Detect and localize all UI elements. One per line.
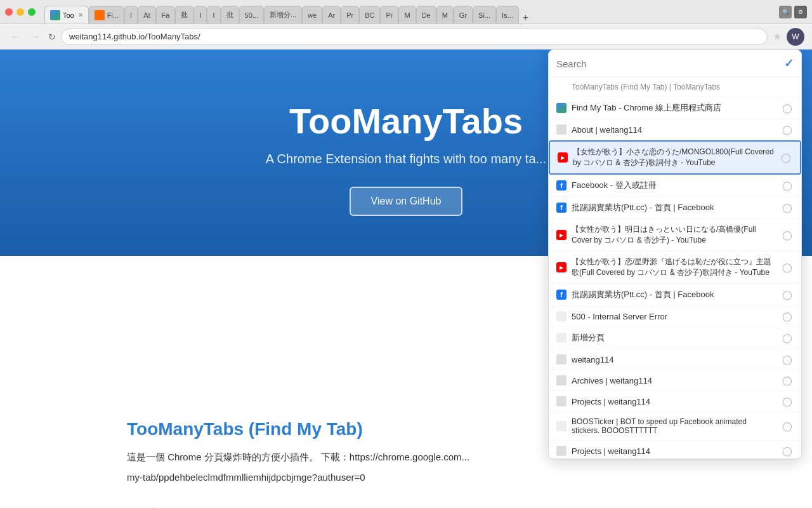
item-close-button-4[interactable]: ◯: [781, 180, 794, 190]
item-title-9: 500 - Internal Server Error: [572, 312, 776, 321]
reload-button[interactable]: ↻: [48, 32, 56, 42]
tab-label-we: we: [308, 11, 317, 19]
list-item[interactable]: Find My Tab - Chrome 線上應用程式商店 ◯: [549, 97, 801, 119]
list-item[interactable]: f 批踢踢實業坊(Ptt.cc) - 首頁 | Facebook ◯: [549, 284, 801, 306]
list-item[interactable]: weitang114 ◯: [549, 349, 801, 370]
list-item[interactable]: 【女性が歌う】恋/星野源『逃げるは恥だが役に立つ』主題歌(Full Covere…: [549, 251, 801, 284]
tab-label-pi2: 批: [226, 10, 233, 20]
item-favicon-3: [558, 152, 568, 163]
item-close-button-11[interactable]: ◯: [781, 354, 794, 364]
item-favicon-2: [556, 124, 566, 135]
tab-label-tmt: Too: [63, 11, 74, 19]
list-item[interactable]: About | weitang114 ◯: [549, 119, 801, 140]
item-close-button-12[interactable]: ◯: [781, 375, 794, 385]
item-title-3: 【女性が歌う】小さな恋のうた/MONGOL800(Full Covered by…: [573, 147, 775, 168]
item-title-13: Projects | weitang114: [572, 397, 776, 406]
tab-toomanyytabs[interactable]: Too ✕: [44, 6, 89, 23]
address-input[interactable]: [61, 29, 768, 45]
tab-pr2[interactable]: Pr: [380, 6, 398, 23]
item-favicon-7: [556, 262, 566, 272]
tab-si[interactable]: Si...: [473, 6, 496, 23]
tab-new[interactable]: 新增分...: [264, 6, 302, 23]
dropdown-current-tab-label: TooManyTabs (Find My Tab) | TooManyTabs: [549, 77, 801, 97]
tab-yt2[interactable]: I: [193, 6, 207, 23]
item-favicon-1: [556, 103, 566, 113]
tab-close-tmt[interactable]: ✕: [78, 11, 83, 18]
item-favicon-6: [556, 230, 566, 240]
section1-link: my-tab/ppdehbeleclmdfmmlliemhijdpcbjmge?…: [127, 470, 685, 485]
profile-button[interactable]: W: [787, 28, 804, 46]
list-item[interactable]: 【女性が歌う】小さな恋のうた/MONGOL800(Full Covered by…: [549, 140, 801, 175]
bookmark-button[interactable]: ★: [773, 30, 782, 43]
tab-gm[interactable]: M: [436, 6, 454, 23]
list-item[interactable]: f 批踢踢實業坊(Ptt.cc) - 首頁 | Facebook ◯: [549, 197, 801, 219]
list-item[interactable]: Projects | weitang114 ◯: [549, 441, 801, 458]
item-title-4: Facebook - 登入或註冊: [572, 180, 776, 191]
list-item[interactable]: 500 - Internal Server Error ◯: [549, 306, 801, 327]
tab-we[interactable]: we: [302, 6, 322, 23]
tab-label-m: M: [404, 11, 410, 19]
tab-de[interactable]: De: [416, 6, 436, 23]
tab-yt3[interactable]: I: [207, 6, 220, 23]
item-favicon-11: [556, 354, 566, 364]
tab-at[interactable]: At: [138, 6, 155, 23]
dropdown-header-text: TooManyTabs (Find My Tab) | TooManyTabs: [572, 83, 720, 91]
item-close-button-7[interactable]: ◯: [781, 262, 794, 272]
tab-label-pi1: 批: [181, 10, 188, 20]
item-close-button-1[interactable]: ◯: [781, 103, 794, 113]
tab-pr1[interactable]: Pr: [341, 6, 359, 23]
item-close-button-6[interactable]: ◯: [781, 230, 794, 240]
tab-yt1[interactable]: I: [124, 6, 138, 23]
ext-icon-1[interactable]: ⚙: [794, 6, 807, 18]
tab-pi1[interactable]: 批: [175, 6, 193, 23]
forward-button[interactable]: →: [28, 30, 43, 44]
list-item[interactable]: Projects | weitang114 ◯: [549, 391, 801, 412]
dropdown-search-input[interactable]: [556, 58, 779, 69]
minimize-window-button[interactable]: [16, 8, 24, 16]
item-title-10: 新增分頁: [572, 332, 776, 344]
list-item[interactable]: 新增分頁 ◯: [549, 327, 801, 349]
close-window-button[interactable]: [5, 8, 13, 16]
tab-ar[interactable]: Ar: [322, 6, 341, 23]
item-close-button-14[interactable]: ◯: [781, 421, 794, 431]
item-close-button-10[interactable]: ◯: [781, 333, 794, 343]
tab-label-ar: Ar: [328, 11, 335, 19]
tab-fire[interactable]: Fi...: [89, 6, 124, 23]
tab-bar: Too ✕ Fi... I At Fa 批 I I 批 50...: [44, 0, 775, 23]
item-title-1: Find My Tab - Chrome 線上應用程式商店: [572, 102, 776, 114]
tab-500[interactable]: 50...: [239, 6, 264, 23]
item-close-button-2[interactable]: ◯: [781, 124, 794, 135]
tab-pi2[interactable]: 批: [221, 6, 239, 23]
section1-link-text: my-tab/ppdehbeleclmdfmmlliemhijdpcbjmge?…: [127, 472, 365, 483]
view-on-github-button[interactable]: View on GitHub: [350, 187, 463, 216]
tab-bc[interactable]: BC: [359, 6, 380, 23]
list-item[interactable]: Archives | weitang114 ◯: [549, 370, 801, 391]
tab-label-gr: Gr: [459, 11, 467, 19]
ext-icon-search[interactable]: 🔍: [779, 6, 792, 18]
tab-gr[interactable]: Gr: [454, 6, 473, 23]
item-close-button-8[interactable]: ◯: [781, 290, 794, 300]
item-favicon-15: [556, 446, 566, 456]
tab-favicon-fire: [95, 10, 105, 20]
list-item[interactable]: BOOSTicker | BOT to speed up Facebook an…: [549, 412, 801, 441]
item-close-button-3[interactable]: ◯: [780, 152, 792, 163]
dropdown-confirm-icon[interactable]: ✓: [784, 57, 794, 70]
tab-m[interactable]: M: [398, 6, 416, 23]
dropdown-search-row: ✓: [549, 50, 801, 77]
item-close-button-13[interactable]: ◯: [781, 396, 794, 406]
tab-fa[interactable]: Fa: [156, 6, 176, 23]
new-tab-button[interactable]: +: [519, 12, 532, 23]
item-close-button-5[interactable]: ◯: [781, 203, 794, 213]
item-title-6: 【女性が歌う】明日はきっといい日になる/高橋優(Full Cover by コバ…: [572, 224, 776, 246]
maximize-window-button[interactable]: [28, 8, 36, 16]
tab-is[interactable]: Is...: [496, 6, 519, 23]
tab-label-at: At: [143, 11, 150, 19]
item-title-15: Projects | weitang114: [572, 446, 776, 456]
back-button[interactable]: ←: [8, 30, 23, 44]
item-close-button-15[interactable]: ◯: [781, 446, 794, 456]
item-title-2: About | weitang114: [572, 125, 776, 135]
item-close-button-9[interactable]: ◯: [781, 311, 794, 321]
list-item[interactable]: f Facebook - 登入或註冊 ◯: [549, 175, 801, 197]
list-item[interactable]: 【女性が歌う】明日はきっといい日になる/高橋優(Full Cover by コバ…: [549, 219, 801, 251]
item-favicon-9: [556, 311, 566, 321]
